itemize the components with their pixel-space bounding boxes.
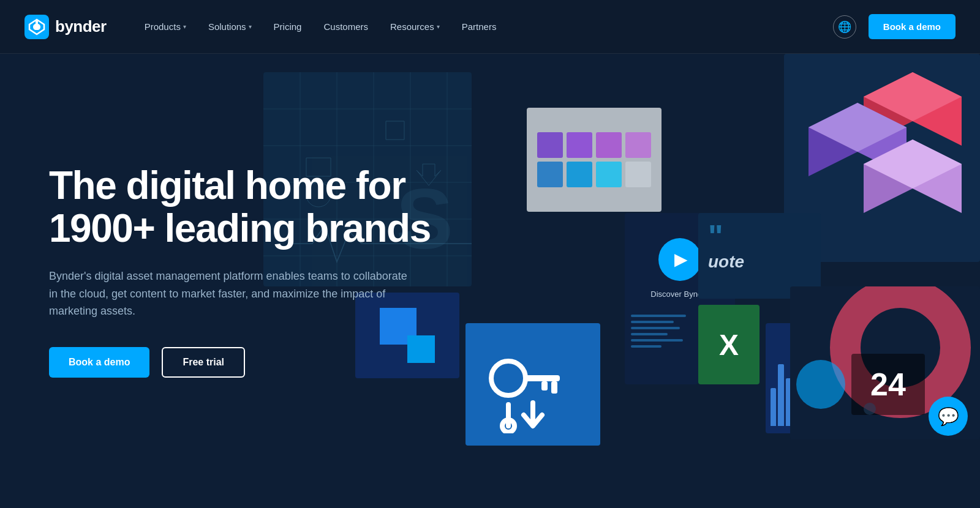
navigation: bynder Products ▾ Solutions ▾ Pricing Cu… — [0, 0, 980, 54]
book-demo-button[interactable]: Book a demo — [49, 347, 149, 378]
logo[interactable]: bynder — [24, 15, 107, 39]
doc-line — [631, 339, 683, 342]
workflow-tile — [466, 323, 600, 446]
nav-right: 🌐 Book a demo — [833, 14, 956, 39]
doc-line — [631, 315, 686, 317]
x-icon: X — [719, 328, 739, 362]
color-cell — [596, 132, 622, 158]
nav-links: Products ▾ Solutions ▾ Pricing Customers… — [136, 17, 505, 37]
nav-book-demo-button[interactable]: Book a demo — [869, 14, 956, 39]
svg-point-21 — [491, 361, 526, 395]
logo-wordmark: bynder — [55, 17, 107, 36]
doc-line — [631, 345, 662, 348]
color-cell — [625, 162, 651, 187]
nav-customers[interactable]: Customers — [315, 17, 377, 37]
chevron-down-icon: ▾ — [183, 23, 186, 30]
hero-section: S The digital home for 1900+ leading bra… — [0, 54, 980, 508]
svg-rect-23 — [551, 381, 557, 394]
play-icon: ▶ — [674, 249, 688, 269]
big-number-display: 24 — [870, 366, 906, 403]
color-cell — [625, 132, 651, 158]
nav-partners[interactable]: Partners — [453, 17, 505, 37]
excel-tile: X — [698, 305, 760, 384]
chart-bar — [771, 388, 776, 426]
color-cell — [567, 162, 592, 187]
doc-line — [631, 321, 674, 323]
hero-buttons: Book a demo Free trial — [49, 347, 466, 378]
doc-line — [631, 333, 668, 335]
color-grid-tile — [527, 108, 662, 212]
chat-bubble-tile[interactable]: 💬 — [929, 397, 968, 436]
chevron-down-icon: ▾ — [437, 23, 440, 30]
svg-rect-24 — [541, 381, 548, 390]
svg-rect-22 — [523, 375, 560, 381]
hero-content: The digital home for 1900+ leading brand… — [49, 164, 466, 378]
svg-point-27 — [796, 360, 845, 409]
doc-lines — [631, 311, 692, 348]
nav-products[interactable]: Products ▾ — [136, 17, 195, 37]
line-doc-tile — [625, 305, 698, 384]
nav-resources[interactable]: Resources ▾ — [382, 17, 448, 37]
color-cell — [567, 132, 592, 158]
nav-pricing[interactable]: Pricing — [265, 17, 311, 37]
quote-tile: " uote — [698, 213, 821, 299]
nav-solutions[interactable]: Solutions ▾ — [200, 17, 260, 37]
chat-icon: 💬 — [938, 406, 959, 427]
color-cell — [596, 162, 622, 187]
free-trial-button[interactable]: Free trial — [162, 347, 245, 378]
chevron-down-icon: ▾ — [249, 23, 252, 30]
language-selector[interactable]: 🌐 — [833, 15, 856, 39]
color-grid — [527, 122, 661, 197]
chart-bar — [778, 364, 783, 426]
color-cell — [537, 162, 563, 187]
doc-line — [631, 327, 680, 329]
quote-mark: " — [708, 220, 811, 252]
color-cell — [537, 132, 563, 158]
hero-subtitle: Bynder's digital asset management platfo… — [49, 267, 410, 320]
number-tile: 24 — [851, 354, 925, 415]
hero-title: The digital home for 1900+ leading brand… — [49, 164, 466, 250]
play-button[interactable]: ▶ — [658, 238, 701, 281]
nav-left: bynder Products ▾ Solutions ▾ Pricing Cu… — [24, 15, 505, 39]
quote-text: uote — [708, 252, 811, 272]
